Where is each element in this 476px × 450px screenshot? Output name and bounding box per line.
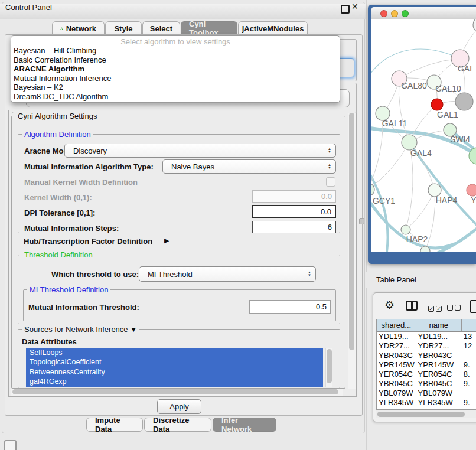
which-threshold-combobox[interactable]: MI Threshold ▲▼ bbox=[139, 266, 316, 282]
table-cell: YBR045C bbox=[416, 379, 462, 389]
mi-threshold-label: Mutual Information Threshold: bbox=[28, 303, 139, 312]
combo-arrows-icon: ▲▼ bbox=[328, 164, 331, 169]
network-node[interactable] bbox=[428, 184, 441, 197]
file-icon[interactable] bbox=[470, 300, 476, 313]
panel-title: Control Panel bbox=[5, 3, 52, 12]
tab-network[interactable]: Network bbox=[52, 21, 105, 35]
algorithm-option[interactable]: Bayesian – Hill Climbing bbox=[11, 46, 340, 56]
attributes-list-scrollbar[interactable] bbox=[325, 348, 332, 387]
table-row[interactable]: YBR043CYBR043C bbox=[377, 351, 476, 360]
table-row[interactable]: YDR27...YDR27...12 bbox=[377, 341, 476, 351]
table-row[interactable]: YPR145WYPR145W9. bbox=[377, 360, 476, 370]
table-header-row[interactable]: shared...name bbox=[377, 319, 476, 332]
table-cell bbox=[462, 389, 476, 398]
table-row[interactable]: YDL19...YDL19...13 bbox=[377, 332, 476, 341]
attribute-item-selected[interactable]: BetweennessCentrality bbox=[26, 367, 323, 377]
minimize-traffic-light-icon[interactable] bbox=[391, 10, 398, 17]
network-node[interactable] bbox=[431, 99, 443, 110]
table-cell: YBR045C bbox=[377, 379, 416, 389]
close-traffic-light-icon[interactable] bbox=[380, 10, 387, 17]
aracne-mode-combobox[interactable]: Discovery ▲▼ bbox=[64, 144, 336, 158]
bottom-tab-discretize-data[interactable]: Discretize Data bbox=[144, 418, 211, 432]
table-row[interactable]: YBR045CYBR045C9. bbox=[377, 379, 476, 389]
settings-vertical-scrollbar[interactable] bbox=[348, 111, 356, 389]
kernel-width-field[interactable]: 0.0 bbox=[252, 190, 336, 203]
table-cell bbox=[462, 351, 476, 360]
tab-cyni-toolbox[interactable]: Cyni Toolbox bbox=[181, 21, 237, 35]
algorithm-definition-group: Algorithm Definition Aracne Mode: Discov… bbox=[18, 134, 340, 233]
network-window-titlebar[interactable] bbox=[371, 7, 476, 20]
mi-steps-field[interactable]: 6 bbox=[252, 221, 336, 233]
node-attribute-table[interactable]: shared...name YDL19...YDL19...13YDR27...… bbox=[376, 319, 476, 410]
attribute-item-selected[interactable]: TopologicalCoefficient bbox=[26, 357, 323, 367]
algorithm-option[interactable]: ARACNE Algorithm bbox=[11, 64, 340, 74]
deselect-all-checkboxes-icon[interactable] bbox=[447, 302, 462, 313]
aracne-mode-value: Discovery bbox=[73, 146, 107, 155]
node-label: GAL bbox=[458, 64, 474, 73]
sources-group: Sources for Network Inference ▼ Data Att… bbox=[18, 329, 340, 388]
collapse-down-arrow-icon[interactable]: ▼ bbox=[130, 325, 137, 334]
tab-label: Network bbox=[66, 24, 96, 33]
docked-panel-icon[interactable] bbox=[4, 440, 17, 450]
manual-kernel-checkbox[interactable] bbox=[326, 177, 335, 187]
table-cell: YDL19... bbox=[377, 332, 416, 341]
settings-gear-icon[interactable]: ⚙ bbox=[384, 300, 395, 311]
expand-right-arrow-icon[interactable]: ▶ bbox=[164, 237, 169, 244]
node-label: GAL10 bbox=[435, 84, 461, 93]
algorithm-option[interactable]: Bayesian – K2 bbox=[11, 83, 340, 92]
cyni-algorithm-settings-group: Cyni Algorithm Settings Algorithm Defini… bbox=[11, 116, 345, 389]
column-header-name[interactable]: name bbox=[416, 319, 462, 331]
tab-style[interactable]: Style bbox=[105, 21, 142, 35]
sources-legend: Sources for Network Inference ▼ bbox=[22, 325, 139, 334]
network-node[interactable] bbox=[455, 93, 473, 110]
network-canvas[interactable]: GALGAL80GAL10GAL1GAL11SWI4GAL4GCY1HAP4YH… bbox=[371, 19, 476, 252]
table-row[interactable]: YER054CYER054C8. bbox=[377, 370, 476, 379]
table-row[interactable]: YBL079WYBL079W bbox=[377, 389, 476, 398]
table-row[interactable]: YLR345WYLR345W9. bbox=[377, 398, 476, 407]
splitter-grip[interactable] bbox=[359, 218, 364, 224]
network-icon bbox=[60, 25, 63, 32]
dpi-tolerance-label: DPI Tolerance [0,1]: bbox=[24, 208, 95, 217]
column-header-cut[interactable] bbox=[462, 319, 476, 331]
zoom-traffic-light-icon[interactable] bbox=[402, 10, 409, 17]
algorithm-option[interactable]: Basic Correlation Inference bbox=[11, 56, 340, 65]
node-label: Y bbox=[471, 195, 476, 205]
close-icon[interactable]: ✕ bbox=[351, 2, 358, 11]
network-node[interactable] bbox=[401, 225, 410, 234]
attribute-item-selected[interactable]: SelfLoops bbox=[26, 348, 323, 357]
tab-jactivemnodules[interactable]: jActiveMNodules bbox=[238, 21, 308, 35]
tab-label: jActiveMNodules bbox=[242, 24, 304, 33]
settings-horizontal-scrollbar[interactable] bbox=[11, 389, 343, 396]
bottom-tab-impute-data[interactable]: Impute Data bbox=[86, 418, 143, 432]
algorithm-option[interactable]: Mutual Information Inference bbox=[11, 74, 340, 83]
network-node[interactable] bbox=[467, 184, 476, 196]
settings-scroll-container: Cyni Algorithm Settings Algorithm Defini… bbox=[8, 110, 357, 397]
table-cell: YLR345W bbox=[416, 398, 462, 407]
table-horizontal-scrollbar[interactable] bbox=[376, 410, 476, 418]
network-edge bbox=[399, 58, 460, 79]
node-label: GAL4 bbox=[410, 148, 432, 158]
bottom-tab-infer-network[interactable]: Infer Network bbox=[213, 418, 276, 432]
apply-button[interactable]: Apply bbox=[157, 399, 201, 414]
table-cell: YLR345W bbox=[377, 398, 416, 407]
mi-type-value: Naive Bayes bbox=[171, 162, 214, 171]
data-attributes-list[interactable]: SelfLoopsTopologicalCoefficientBetweenne… bbox=[26, 348, 323, 387]
algorithm-option[interactable]: Dream8 DC_TDC Algorithm bbox=[11, 92, 340, 102]
table-panel-title: Table Panel bbox=[376, 275, 416, 284]
table-cell: YBR043C bbox=[416, 351, 462, 360]
node-label: GAL11 bbox=[382, 119, 407, 128]
float-window-icon[interactable] bbox=[341, 5, 350, 14]
mi-type-combobox[interactable]: Naive Bayes ▲▼ bbox=[162, 159, 336, 174]
network-node[interactable] bbox=[473, 19, 476, 33]
control-panel-header bbox=[0, 4, 366, 19]
column-header-shared...[interactable]: shared... bbox=[377, 319, 416, 331]
column-layout-icon[interactable] bbox=[406, 301, 418, 311]
mi-steps-label: Mutual Information Steps: bbox=[24, 224, 119, 233]
select-all-checkboxes-icon[interactable]: ✓✓ bbox=[428, 302, 444, 313]
tab-select[interactable]: Select bbox=[142, 21, 180, 35]
which-threshold-label: Which threshold to use: bbox=[51, 270, 139, 279]
attribute-item-selected[interactable]: gal4RGexp bbox=[26, 377, 323, 386]
mi-threshold-field[interactable]: 0.5 bbox=[249, 300, 331, 314]
dpi-tolerance-field[interactable]: 0.0 bbox=[252, 205, 336, 218]
manual-kernel-label: Manual Kernel Width Definition bbox=[24, 178, 138, 187]
